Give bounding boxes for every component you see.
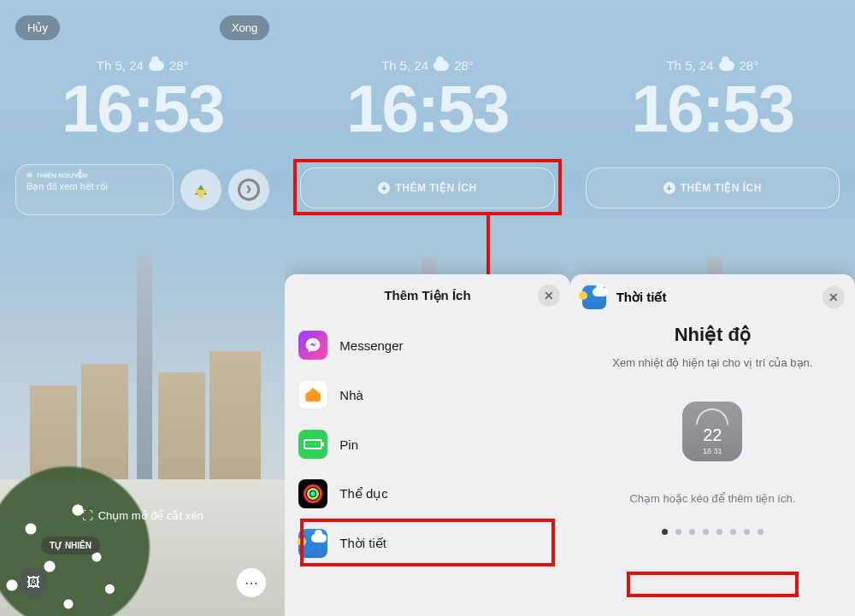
phone-screen-3: Th 5, 24 28° 16:53 + THÊM TIỆN ÍCH Thời …	[570, 0, 855, 616]
battery-icon	[298, 430, 327, 459]
datetime-block: Th 5, 24 28° 16:53	[570, 58, 855, 140]
temperature-range: 18 31	[703, 447, 722, 455]
widget-body: Bạn đã xem hết rồi	[27, 181, 162, 192]
weather-widget-sheet: Thời tiết ✕ Nhiệt độ Xem nhiệt độ hiện t…	[570, 274, 855, 616]
close-icon: ✕	[544, 289, 554, 302]
widget-heading: ✉THIÊN NGUYỄN	[27, 172, 162, 179]
list-item-messenger[interactable]: Messenger	[295, 320, 559, 370]
sheet-title: Thêm Tiện Ích	[384, 288, 470, 303]
widget-description: Xem nhiệt độ hiện tại cho vị trí của bạn…	[570, 356, 855, 369]
page-dot[interactable]	[716, 529, 722, 535]
page-dots[interactable]	[570, 529, 855, 535]
more-icon: ⋯	[245, 575, 258, 591]
shortcut-widget[interactable]	[228, 169, 269, 210]
phone-screen-1: Hủy Xong Th 5, 24 28° 16:53 ✉THIÊN NGUYỄ…	[0, 0, 285, 616]
fitness-icon	[298, 479, 327, 508]
cloud-icon	[433, 61, 449, 71]
page-dot[interactable]	[744, 529, 750, 535]
close-icon: ✕	[828, 290, 839, 304]
gallery-icon: 🖼	[27, 575, 40, 590]
filter-tag[interactable]: TỰ NHIÊN	[41, 537, 100, 554]
page-dot[interactable]	[689, 529, 695, 535]
list-label: Nhà	[339, 388, 363, 402]
widget-name: Nhiệt độ	[570, 324, 855, 346]
cloud-icon	[149, 61, 164, 71]
time-label: 16:53	[0, 77, 285, 140]
bottom-toolbar: 🖼 ⋯	[19, 568, 266, 597]
plus-icon: +	[663, 182, 675, 194]
time-label: 16:53	[285, 77, 569, 140]
add-widget-bar[interactable]: + THÊM TIỆN ÍCH	[586, 167, 840, 208]
temperature-widget-preview[interactable]: 22 18 31	[682, 402, 742, 461]
highlight-weather-row	[300, 519, 554, 566]
list-item-weather[interactable]: Thời tiết	[295, 519, 559, 568]
crop-hint-label: ⛶Chụm mở để cắt xén	[0, 509, 285, 522]
page-dot[interactable]	[662, 529, 668, 535]
page-dot[interactable]	[675, 529, 681, 535]
page-dot[interactable]	[730, 529, 736, 535]
add-widget-sheet: Thêm Tiện Ích ✕ Messenger Nhà Pin Thể dụ…	[285, 274, 569, 616]
add-widget-label: THÊM TIỆN ÍCH	[681, 182, 762, 194]
sheet-header: Thời tiết ✕	[570, 274, 855, 320]
page-dot[interactable]	[703, 529, 709, 535]
sheet-title: Thời tiết	[616, 290, 667, 305]
sheet-header: Thêm Tiện Ích ✕	[285, 274, 569, 317]
wallpaper-buildings	[0, 283, 285, 479]
widget-row[interactable]: ✉THIÊN NGUYỄN Bạn đã xem hết rồi	[15, 164, 269, 215]
close-button[interactable]: ✕	[823, 286, 845, 308]
list-label: Pin	[339, 437, 358, 452]
more-button[interactable]: ⋯	[237, 568, 266, 597]
page-dot[interactable]	[758, 529, 764, 535]
close-button[interactable]: ✕	[538, 285, 560, 307]
drive-widget[interactable]	[180, 169, 221, 210]
list-item-fitness[interactable]: Thể dục	[295, 469, 559, 519]
list-item-battery[interactable]: Pin	[295, 419, 559, 469]
phone-screen-2: Th 5, 24 28° 16:53 + THÊM TIỆN ÍCH Thêm …	[285, 0, 569, 616]
home-icon	[298, 380, 327, 409]
list-label: Thể dục	[339, 486, 388, 502]
weather-icon	[582, 285, 606, 309]
datetime-block: Th 5, 24 28° 16:53	[285, 58, 569, 140]
drive-icon	[195, 185, 207, 195]
time-label: 16:53	[570, 77, 855, 140]
messenger-widget[interactable]: ✉THIÊN NGUYỄN Bạn đã xem hết rồi	[15, 164, 174, 215]
cancel-button[interactable]: Hủy	[15, 15, 60, 40]
temperature-value: 22	[703, 425, 722, 445]
messenger-icon	[298, 331, 327, 360]
list-label: Messenger	[339, 338, 403, 353]
drag-hint: Chạm hoặc kéo để thêm tiện ích.	[570, 492, 855, 505]
arrow-icon	[238, 179, 260, 201]
list-item-home[interactable]: Nhà	[295, 370, 559, 419]
temperature-arc-icon	[696, 408, 728, 425]
highlight-page-dots	[627, 572, 799, 597]
gallery-button[interactable]: 🖼	[19, 568, 48, 597]
widget-app-list[interactable]: Messenger Nhà Pin Thể dục Thời tiết	[285, 317, 569, 572]
cloud-icon	[719, 61, 734, 71]
done-button[interactable]: Xong	[220, 15, 269, 40]
highlight-add-widget	[293, 159, 561, 215]
datetime-block[interactable]: Th 5, 24 28° 16:53	[0, 58, 285, 140]
